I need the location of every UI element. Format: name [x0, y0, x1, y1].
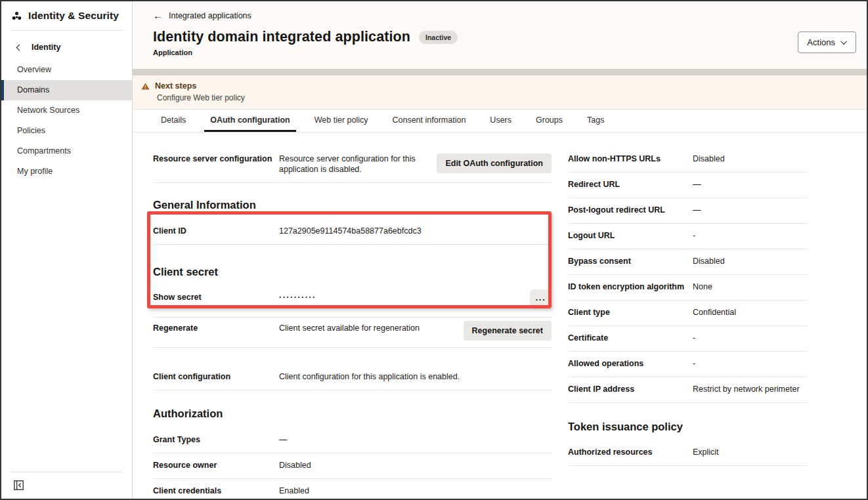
- tab-tags[interactable]: Tags: [581, 110, 610, 132]
- sidebar-item-compartments[interactable]: Compartments: [1, 141, 132, 161]
- header-divider-strip: [133, 69, 867, 75]
- authorization-heading: Authorization: [153, 407, 552, 420]
- sidebar-footer-divider: [11, 472, 123, 472]
- sidebar-item-overview[interactable]: Overview: [1, 60, 132, 80]
- row-resource-owner: Resource owner Disabled: [153, 453, 552, 479]
- row-resource-server-configuration: Resource server configuration Resource s…: [153, 147, 552, 183]
- client-id-value: 127a2905e9114574ba58877a6ebfcdc3: [279, 226, 552, 236]
- general-information-heading: General Information: [153, 199, 552, 211]
- sidebar-footer: [1, 472, 132, 499]
- tab-details[interactable]: Details: [155, 110, 192, 132]
- warning-icon: [141, 83, 150, 90]
- row-certificate: Certificate -: [568, 326, 808, 352]
- banner-message[interactable]: Configure Web tier policy: [157, 93, 856, 102]
- row-authorized-resources: Authorized resources Explicit: [568, 438, 808, 466]
- sidebar-item-domains[interactable]: Domains: [1, 80, 132, 100]
- field-value: —: [693, 205, 808, 215]
- field-label: Client ID: [153, 226, 279, 236]
- field-label: Regenerate: [153, 323, 279, 333]
- secret-actions-menu-button[interactable]: ···: [530, 289, 552, 309]
- chevron-left-icon: [16, 44, 23, 51]
- banner-title: Next steps: [155, 81, 196, 91]
- field-value: Client secret available for regeneration: [279, 323, 464, 333]
- row-client-configuration: Client configuration Client configuratio…: [153, 365, 552, 390]
- row-regenerate: Regenerate Client secret available for r…: [153, 318, 552, 348]
- tab-bar: Details OAuth configuration Web tier pol…: [133, 110, 867, 133]
- identity-security-icon: [11, 11, 22, 21]
- row-show-secret: Show secret ·········· ···: [153, 283, 552, 318]
- field-value: Disabled: [693, 256, 808, 266]
- row-post-logout-redirect-url: Post-logout redirect URL —: [568, 198, 808, 224]
- field-value: None: [693, 281, 808, 292]
- row-allowed-operations: Allowed operations -: [568, 352, 808, 377]
- main-area: ← Integrated applications Identity domai…: [133, 1, 867, 499]
- field-value: —: [279, 434, 552, 445]
- page-title: Identity domain integrated application: [153, 29, 410, 45]
- tab-oauth-configuration[interactable]: OAuth configuration: [204, 110, 296, 132]
- field-label: Authorized resources: [568, 447, 693, 457]
- sidebar-back-identity[interactable]: Identity: [1, 31, 132, 60]
- regenerate-secret-button[interactable]: Regenerate secret: [464, 321, 552, 341]
- edit-oauth-configuration-button[interactable]: Edit OAuth configuration: [437, 154, 552, 173]
- row-logout-url: Logout URL -: [568, 224, 808, 249]
- field-value: Explicit: [693, 447, 808, 457]
- actions-button[interactable]: Actions: [798, 31, 856, 53]
- resource-type-label: Application: [153, 49, 856, 56]
- field-value: Client configuration for this applicatio…: [279, 371, 552, 382]
- field-label: Client configuration: [153, 371, 279, 382]
- row-id-token-encryption-algorithm: ID token encryption algorithm None: [568, 275, 808, 301]
- oci-console-window: Identity & Security Identity Overview Do…: [0, 0, 868, 500]
- breadcrumb-label: Integrated applications: [169, 11, 251, 20]
- field-label: Client credentials: [153, 486, 279, 496]
- field-value: —: [693, 179, 808, 190]
- client-secret-heading: Client secret: [153, 266, 552, 278]
- field-value: Disabled: [693, 154, 808, 164]
- oauth-left-column: Resource server configuration Resource s…: [153, 147, 552, 499]
- sidebar-item-network-sources[interactable]: Network Sources: [1, 100, 132, 121]
- field-label: Allow non-HTTPS URLs: [568, 154, 693, 164]
- field-value: Disabled: [279, 460, 552, 470]
- row-client-ip-address: Client IP address Restrict by network pe…: [568, 377, 808, 403]
- tab-content-oauth: Resource server configuration Resource s…: [133, 133, 867, 499]
- status-badge: Inactive: [419, 31, 458, 44]
- field-label: Redirect URL: [568, 179, 693, 190]
- field-label: Resource server configuration: [153, 154, 279, 164]
- field-label: Client IP address: [568, 384, 693, 394]
- row-client-id: Client ID 127a2905e9114574ba58877a6ebfcd…: [153, 217, 552, 245]
- breadcrumb[interactable]: ← Integrated applications: [153, 11, 251, 20]
- row-client-type: Client type Confidential: [568, 301, 808, 326]
- field-value: Restrict by network perimeter: [693, 384, 808, 394]
- row-grant-types: Grant Types —: [153, 425, 552, 453]
- sidebar-back-label: Identity: [32, 43, 60, 52]
- sidebar-header: Identity & Security: [1, 1, 132, 30]
- field-label: Show secret: [153, 292, 279, 302]
- actions-button-label: Actions: [807, 37, 835, 47]
- field-value: -: [693, 230, 808, 241]
- field-label: Bypass consent: [568, 256, 693, 266]
- tab-consent-information[interactable]: Consent information: [386, 110, 471, 132]
- field-label: Post-logout redirect URL: [568, 205, 693, 215]
- field-value: Resource server configuration for this a…: [279, 154, 437, 175]
- row-bypass-consent: Bypass consent Disabled: [568, 249, 808, 275]
- field-label: Client type: [568, 307, 693, 318]
- field-value: -: [693, 333, 808, 343]
- sidebar-item-policies[interactable]: Policies: [1, 121, 132, 141]
- row-allow-non-https-urls: Allow non-HTTPS URLs Disabled: [568, 147, 808, 173]
- field-label: Grant Types: [153, 434, 279, 445]
- field-value: -: [693, 358, 808, 369]
- field-value: Enabled: [279, 486, 552, 496]
- field-label: Certificate: [568, 333, 693, 343]
- next-steps-banner: Next steps Configure Web tier policy: [133, 75, 867, 110]
- sidebar-item-my-profile[interactable]: My profile: [1, 161, 132, 182]
- tab-users[interactable]: Users: [484, 110, 517, 132]
- masked-secret-value: ··········: [279, 292, 530, 302]
- field-label: ID token encryption algorithm: [568, 281, 693, 292]
- back-arrow-icon: ←: [153, 12, 163, 20]
- tab-web-tier-policy[interactable]: Web tier policy: [309, 110, 374, 132]
- token-issuance-policy-heading: Token issuance policy: [568, 421, 808, 433]
- field-label: Resource owner: [153, 460, 279, 470]
- field-label: Allowed operations: [568, 358, 693, 369]
- row-client-credentials: Client credentials Enabled: [153, 479, 552, 499]
- tab-groups[interactable]: Groups: [530, 110, 569, 132]
- collapse-panel-icon[interactable]: [14, 480, 26, 491]
